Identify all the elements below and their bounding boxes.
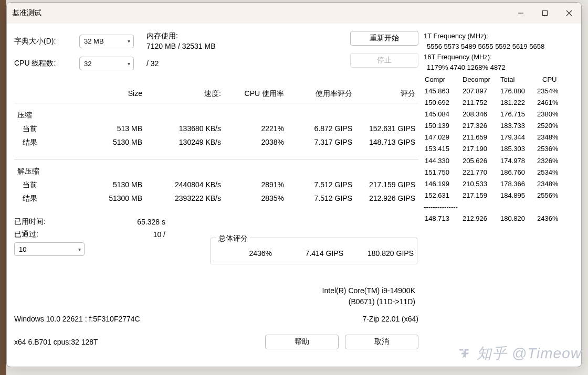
side-table: Compr Decompr Total CPU 145.863207.89717… [424, 73, 570, 202]
col-speed: 速度: [145, 87, 224, 101]
cell: 7.317 GIPS [287, 136, 355, 149]
side-row: 146.199210.533178.3662348% [425, 179, 569, 189]
passes-select-value: 10 [19, 245, 26, 253]
threads-value: 32 [84, 60, 91, 68]
side-cell: 207.897 [463, 86, 499, 97]
side-cell: 150.139 [425, 121, 461, 131]
side-cell: 2348% [537, 179, 569, 189]
side-cell: 174.978 [500, 156, 536, 166]
side-cell: 153.415 [425, 144, 461, 154]
cpu-stepping: (B0671) (11D->11D) [14, 296, 415, 307]
side-cell: 179.344 [500, 132, 536, 143]
side-row: 153.415217.190185.3032536% [425, 144, 569, 154]
side-cell: 181.222 [500, 98, 536, 108]
side-cell: 221.770 [463, 167, 499, 178]
os-info: Windows 10.0 22621 : f:5F310F2774C [14, 315, 140, 323]
mem-usage-label: 内存使用: [146, 31, 216, 41]
freq-16t-values: 1179% 4740 1268% 4872 [424, 62, 574, 73]
side-cell: 2380% [537, 109, 569, 120]
side-cell: 152.631 [425, 190, 461, 201]
side-cell: 211.752 [463, 98, 499, 108]
side-cell: 2461% [537, 98, 569, 108]
side-row: 145.084208.346176.7152380% [425, 109, 569, 120]
cpu-model: Intel(R) Core(TM) i9-14900K [14, 285, 415, 296]
cell: 2221% [224, 122, 287, 136]
side-cell: 186.760 [500, 167, 536, 178]
side-row: 147.029211.659179.3442348% [425, 132, 569, 143]
side-cell: 183.733 [500, 121, 536, 131]
side-row: 144.330205.626174.9782326% [425, 156, 569, 166]
threads-select[interactable]: 32 ▾ [79, 57, 134, 70]
side-row: 151.750221.770186.7602534% [425, 167, 569, 178]
minimize-button[interactable] [509, 3, 533, 24]
cell: 217.159 GIPS [355, 178, 418, 192]
cell: 152.631 GIPS [355, 122, 418, 136]
main-pane: 字典大小(D): 32 MB ▾ 内存使用: 7120 MB / 32531 M… [14, 31, 418, 349]
svg-rect-1 [543, 11, 548, 16]
side-cell: 2534% [537, 167, 569, 178]
passes-value: 10 / [72, 230, 176, 239]
close-button[interactable] [557, 3, 581, 24]
side-row: 150.139217.326183.7332520% [425, 121, 569, 131]
side-cell: 184.895 [500, 190, 536, 201]
maximize-button[interactable] [533, 3, 557, 24]
overall-cpu: 2436% [211, 248, 274, 259]
col-rating: 评分 [355, 87, 418, 101]
freq-16t-label: 16T Frequency (MHz): [424, 52, 574, 62]
overall-rating-box: 总体评分 2436% 7.414 GIPS 180.820 GIPS [211, 238, 417, 264]
passes-label: 已通过: [14, 230, 72, 239]
cell: 5130 MB [82, 178, 145, 192]
elapsed-value: 65.328 s [72, 218, 176, 226]
threads-max: / 32 [146, 59, 159, 68]
chevron-down-icon: ▾ [78, 247, 81, 252]
threads-label: CPU 线程数: [14, 59, 72, 68]
cell: 51300 MB [82, 192, 145, 206]
dict-size-select[interactable]: 32 MB ▾ [79, 35, 134, 48]
side-summary-total: 180.820 [500, 213, 536, 224]
cell: 513 MB [82, 122, 145, 136]
help-button[interactable]: 帮助 [265, 335, 339, 349]
side-cell: 176.880 [500, 86, 536, 97]
zip-version: 7-Zip 22.01 (x64) [362, 315, 418, 323]
cell: 130249 KB/s [145, 136, 224, 149]
passes-select[interactable]: 10 ▾ [14, 242, 85, 256]
cell: 2891% [224, 178, 287, 192]
cell: 148.713 GIPS [355, 136, 418, 149]
freq-1t-label: 1T Frequency (MHz): [424, 31, 574, 41]
side-cell: 146.199 [425, 179, 461, 189]
overall-label: 总体评分 [216, 234, 250, 243]
side-cell: 2354% [537, 86, 569, 97]
chevron-down-icon: ▾ [128, 61, 130, 67]
side-row: 145.863207.897176.8802354% [425, 86, 569, 97]
benchmark-window: 基准测试 字典大小(D): 32 MB ▾ [6, 2, 582, 367]
side-cell: 2556% [537, 190, 569, 201]
group-decompress: 解压缩 [14, 165, 418, 178]
side-cell: 145.084 [425, 109, 461, 120]
side-summary-decompr: 212.926 [463, 213, 499, 224]
side-cell: 185.303 [500, 144, 536, 154]
side-cell: 2520% [537, 121, 569, 131]
side-cell: 147.029 [425, 132, 461, 143]
side-cell: 144.330 [425, 156, 461, 166]
side-row: 150.692211.752181.2222461% [425, 98, 569, 108]
row-label: 当前 [14, 178, 82, 192]
stop-button: 停止 [350, 53, 418, 68]
side-col-compr: Compr [425, 74, 461, 85]
col-size: Size [82, 87, 145, 101]
freq-1t-values: 5556 5573 5489 5655 5592 5619 5658 [424, 41, 574, 52]
side-divider: --------------- [424, 202, 574, 212]
side-cell: 217.326 [463, 121, 499, 131]
side-col-cpu: CPU [537, 74, 569, 85]
cell: 2038% [224, 136, 287, 149]
results-grid: Size 速度: CPU 使用率 使用率评分 评分 压缩 当前 513 MB 1… [14, 87, 418, 206]
side-log: 1T Frequency (MHz): 5556 5573 5489 5655 … [424, 31, 574, 349]
col-usage-rating: 使用率评分 [287, 87, 355, 101]
dict-size-label: 字典大小(D): [14, 37, 72, 46]
side-cell: 178.366 [500, 179, 536, 189]
side-cell: 2326% [537, 156, 569, 166]
cancel-button[interactable]: 取消 [345, 335, 418, 349]
restart-button[interactable]: 重新开始 [350, 31, 418, 46]
side-col-total: Total [500, 74, 536, 85]
side-cell: 208.346 [463, 109, 499, 120]
window-title: 基准测试 [12, 8, 41, 18]
